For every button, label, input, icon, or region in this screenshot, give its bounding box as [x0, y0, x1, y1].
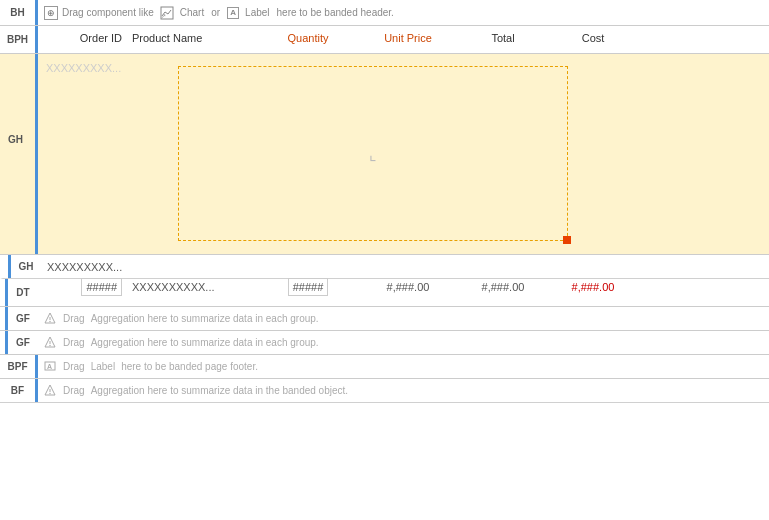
- svg-text:↗: ↗: [161, 13, 166, 19]
- bf-drag-text: Drag: [63, 385, 85, 396]
- col-header-orderid: Order ID: [38, 32, 128, 44]
- dt-indent: [0, 279, 8, 306]
- bf-band: BF Drag Aggregation here to summarize da…: [0, 379, 769, 403]
- label-component-icon: A: [227, 7, 239, 19]
- gh-small-label: GH: [11, 255, 41, 278]
- bh-or-text: or: [211, 7, 220, 18]
- dt-quantity-value: #####: [288, 278, 329, 296]
- gf2-drag-text: Drag: [63, 337, 85, 348]
- resize-handle[interactable]: [563, 236, 571, 244]
- col-header-unitprice: Unit Price: [358, 32, 458, 44]
- dt-cost-value: #,###.00: [572, 281, 615, 293]
- gf1-band: GF Drag Aggregation here to summarize da…: [0, 307, 769, 331]
- dt-cell-cost: #,###.00: [548, 281, 638, 293]
- gf1-here-text: Aggregation here to summarize data in ea…: [91, 313, 319, 324]
- bf-label: BF: [0, 379, 38, 402]
- bph-content: Order ID Product Name Quantity Unit Pric…: [38, 26, 769, 50]
- dt-cell-productname: XXXXXXXXXX...: [128, 281, 258, 293]
- gh-small-band: GH XXXXXXXXX...: [0, 255, 769, 279]
- bf-content: Drag Aggregation here to summarize data …: [38, 379, 769, 402]
- dt-productname-value: XXXXXXXXXX...: [132, 281, 215, 293]
- svg-point-7: [49, 344, 50, 345]
- dt-content: ##### XXXXXXXXXX... ##### #,###.00 #,###…: [38, 279, 769, 295]
- bpf-label-text: Label: [91, 361, 115, 372]
- drag-label-icon: A: [44, 360, 56, 374]
- bph-band: BPH Order ID Product Name Quantity Unit …: [0, 26, 769, 54]
- gh-small-indent: [3, 255, 11, 278]
- dt-cell-orderid: #####: [38, 281, 128, 293]
- gf1-indent: [0, 307, 8, 330]
- gf2-here-text: Aggregation here to summarize data in ea…: [91, 337, 319, 348]
- drag-agg-icon-2: [44, 336, 56, 350]
- bh-label-text: Label: [245, 7, 269, 18]
- gf2-band: GF Drag Aggregation here to summarize da…: [0, 331, 769, 355]
- col-header-quantity: Quantity: [258, 32, 358, 44]
- bh-here-text: here to be banded header.: [277, 7, 394, 18]
- gh-large-content[interactable]: XXXXXXXXX... ⌞: [38, 54, 769, 254]
- bh-label: BH: [0, 0, 38, 25]
- gh-small-text: XXXXXXXXX...: [47, 261, 122, 273]
- drag-agg-icon-1: [44, 312, 56, 326]
- gf1-drag-text: Drag: [63, 313, 85, 324]
- chart-component-icon: ↗: [160, 6, 174, 20]
- gh-drop-zone[interactable]: ⌞: [178, 66, 568, 241]
- dt-total-value: #,###.00: [482, 281, 525, 293]
- drag-icon: ⊕: [44, 6, 58, 20]
- bh-content[interactable]: ⊕ Drag component like ↗ Chart or A Label…: [38, 0, 769, 25]
- aggregation-icon-2: [44, 336, 56, 348]
- gf2-label: GF: [8, 331, 38, 354]
- bh-band: BH ⊕ Drag component like ↗ Chart or A La…: [0, 0, 769, 26]
- bh-chart-label: Chart: [180, 7, 204, 18]
- bh-drag-text: Drag component like: [62, 7, 154, 18]
- label-icon: A: [44, 360, 56, 372]
- svg-point-4: [49, 320, 50, 321]
- bpf-band: BPF A Drag Label here to be banded page …: [0, 355, 769, 379]
- gf1-content: Drag Aggregation here to summarize data …: [38, 307, 769, 330]
- bph-label: BPH: [0, 26, 38, 53]
- dt-band: DT ##### XXXXXXXXXX... ##### #,###.00 #,…: [0, 279, 769, 307]
- aggregation-icon-bf: [44, 384, 56, 396]
- svg-point-12: [49, 392, 50, 393]
- bpf-content: A Drag Label here to be banded page foot…: [38, 355, 769, 378]
- bpf-here-text: here to be banded page footer.: [121, 361, 258, 372]
- dt-unitprice-value: #,###.00: [387, 281, 430, 293]
- gf1-label: GF: [8, 307, 38, 330]
- bf-here-text: Aggregation here to summarize data in th…: [91, 385, 348, 396]
- gh-large-band[interactable]: GH XXXXXXXXX... ⌞: [0, 54, 769, 255]
- col-header-productname: Product Name: [128, 32, 258, 44]
- bpf-label: BPF: [0, 355, 38, 378]
- dt-cell-quantity: #####: [258, 281, 358, 293]
- dt-label: DT: [8, 279, 38, 306]
- aggregation-icon-1: [44, 312, 56, 324]
- gf2-indent: [0, 331, 8, 354]
- gh-small-content: XXXXXXXXX...: [41, 255, 769, 278]
- gf2-content: Drag Aggregation here to summarize data …: [38, 331, 769, 354]
- gh-large-label: GH: [0, 54, 38, 254]
- col-header-cost: Cost: [548, 32, 638, 44]
- col-header-total: Total: [458, 32, 548, 44]
- crosshair-icon: ⌞: [369, 144, 377, 163]
- dt-cell-unitprice: #,###.00: [358, 281, 458, 293]
- svg-text:A: A: [47, 363, 52, 370]
- dt-orderid-value: #####: [81, 278, 122, 296]
- drag-agg-icon-bf: [44, 384, 56, 398]
- gh-large-placeholder: XXXXXXXXX...: [46, 62, 121, 74]
- dt-cell-total: #,###.00: [458, 281, 548, 293]
- bpf-drag-text: Drag: [63, 361, 85, 372]
